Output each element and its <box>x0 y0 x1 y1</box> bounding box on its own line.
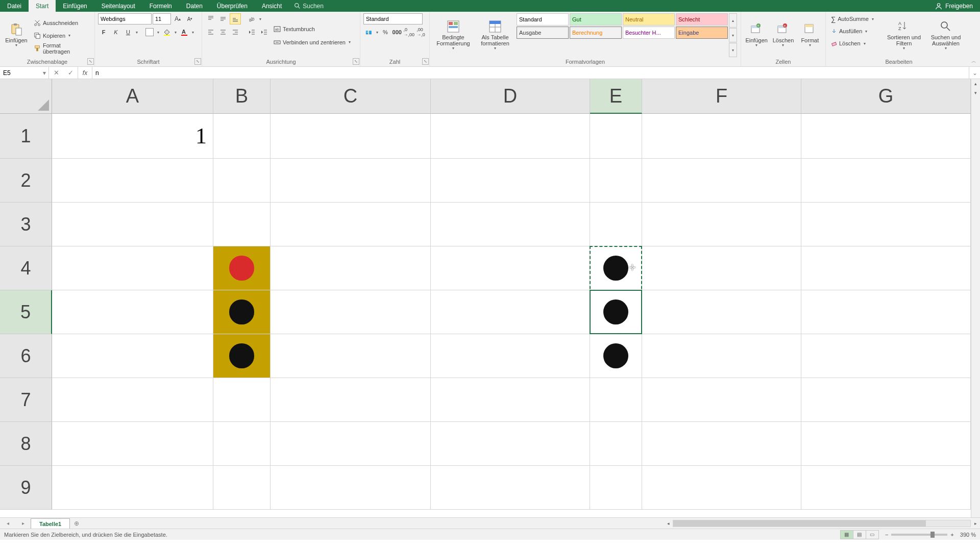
sort-filter-button[interactable]: AZ Sortieren und Filtern▾ <box>884 13 924 58</box>
cell-F4[interactable] <box>642 246 801 290</box>
cell-B2[interactable] <box>213 159 271 203</box>
name-box-input[interactable] <box>0 69 40 77</box>
cell-A6[interactable] <box>52 334 213 378</box>
format-painter-button[interactable]: Format übertragen <box>32 43 91 54</box>
cell-B1[interactable] <box>213 114 271 159</box>
wrap-text-button[interactable]: ab Textumbruch <box>272 23 354 35</box>
decrease-font-button[interactable]: A▾ <box>184 13 195 24</box>
cell-G9[interactable] <box>801 466 971 510</box>
row-header-7[interactable]: 7 <box>0 378 52 422</box>
scroll-up-button[interactable]: ▴ <box>971 79 980 88</box>
tell-me-search[interactable]: Suchen <box>289 3 329 10</box>
align-right-button[interactable] <box>230 27 241 38</box>
menu-tab-datei[interactable]: Datei <box>0 0 29 12</box>
cell-G8[interactable] <box>801 422 971 466</box>
cell-C3[interactable] <box>271 203 431 246</box>
style-berechnung[interactable]: Berechnung <box>570 27 622 39</box>
cell-F5[interactable] <box>642 290 801 334</box>
align-top-button[interactable] <box>205 13 216 24</box>
gallery-up-button[interactable]: ▴ <box>729 13 737 28</box>
font-name-select[interactable] <box>98 13 152 24</box>
menu-tab-daten[interactable]: Daten <box>179 0 210 12</box>
align-middle-button[interactable] <box>217 13 229 24</box>
horizontal-scrollbar[interactable]: ◂ ▸ <box>664 518 980 529</box>
cell-F2[interactable] <box>642 159 801 203</box>
row-header-2[interactable]: 2 <box>0 159 52 203</box>
row-header-8[interactable]: 8 <box>0 422 52 466</box>
fill-color-button[interactable] <box>161 27 173 38</box>
cell-C1[interactable] <box>271 114 431 159</box>
cell-C2[interactable] <box>271 159 431 203</box>
cell-A8[interactable] <box>52 422 213 466</box>
bold-button[interactable]: F <box>98 27 109 38</box>
hscroll-left-button[interactable]: ◂ <box>664 521 673 526</box>
cell-C4[interactable] <box>271 246 431 290</box>
row-header-6[interactable]: 6 <box>0 334 52 378</box>
format-cells-button[interactable]: Format▾ <box>798 13 822 58</box>
vertical-scrollbar[interactable]: ▴ ▾ <box>971 79 980 517</box>
italic-button[interactable]: K <box>110 27 121 38</box>
cell-A9[interactable] <box>52 466 213 510</box>
orientation-button[interactable]: ab <box>246 13 257 24</box>
expand-formula-bar-button[interactable]: ⌄ <box>969 67 980 79</box>
menu-tab-seitenlayout[interactable]: Seitenlayout <box>94 0 142 12</box>
cell-D7[interactable] <box>431 378 590 422</box>
column-header-G[interactable]: G <box>801 79 971 114</box>
dialog-launcher-font[interactable]: ⤡ <box>194 58 201 65</box>
row-header-4[interactable]: 4 <box>0 246 52 290</box>
cell-A5[interactable] <box>52 290 213 334</box>
share-button[interactable]: Freigeben <box>928 3 980 10</box>
cut-button[interactable]: Ausschneiden <box>32 17 91 29</box>
style-standard[interactable]: Standard <box>517 13 569 26</box>
merge-center-button[interactable]: Verbinden und zentrieren▾ <box>272 37 354 48</box>
fx-icon[interactable]: fx <box>78 67 92 79</box>
accounting-format-button[interactable]: 💶 <box>363 27 374 38</box>
cell-D4[interactable] <box>431 246 590 290</box>
menu-tab-einfügen[interactable]: Einfügen <box>56 0 94 12</box>
sheet-tab-active[interactable]: Tabelle1 <box>31 518 70 529</box>
style-eingabe[interactable]: Eingabe <box>676 27 728 39</box>
cell-D8[interactable] <box>431 422 590 466</box>
insert-cells-button[interactable]: + Einfügen▾ <box>744 13 769 58</box>
delete-cells-button[interactable]: × Löschen▾ <box>771 13 795 58</box>
font-size-select[interactable] <box>153 13 171 24</box>
column-header-E[interactable]: E <box>590 79 642 114</box>
cell-A4[interactable] <box>52 246 213 290</box>
page-break-view-button[interactable]: ▭ <box>866 530 879 539</box>
cell-B9[interactable] <box>213 466 271 510</box>
increase-indent-button[interactable] <box>258 27 270 38</box>
number-format-select[interactable] <box>363 13 423 24</box>
style-schlecht[interactable]: Schlecht <box>676 13 728 26</box>
cell-B8[interactable] <box>213 422 271 466</box>
cell-G4[interactable] <box>801 246 971 290</box>
cell-G5[interactable] <box>801 290 971 334</box>
row-header-1[interactable]: 1 <box>0 114 52 159</box>
menu-tab-ansicht[interactable]: Ansicht <box>255 0 289 12</box>
cell-E7[interactable] <box>590 378 642 422</box>
sheet-nav-next[interactable]: ▸ <box>22 520 24 526</box>
select-all-corner[interactable] <box>0 79 52 114</box>
dialog-launcher-clipboard[interactable]: ⤡ <box>87 58 94 65</box>
menu-tab-formeln[interactable]: Formeln <box>142 0 179 12</box>
row-header-5[interactable]: 5 <box>0 290 52 334</box>
cell-G3[interactable] <box>801 203 971 246</box>
conditional-formatting-button[interactable]: Bedingte Formatierung▾ <box>433 13 474 58</box>
align-left-button[interactable] <box>205 27 216 38</box>
cell-D6[interactable] <box>431 334 590 378</box>
decrease-indent-button[interactable] <box>246 27 257 38</box>
cell-F9[interactable] <box>642 466 801 510</box>
cell-E2[interactable] <box>590 159 642 203</box>
cancel-edit-button[interactable]: ✕ <box>49 69 63 77</box>
cell-F3[interactable] <box>642 203 801 246</box>
cell-E4[interactable]: ✛ <box>590 246 642 290</box>
name-box[interactable]: ▾ <box>0 67 49 79</box>
cell-D5[interactable] <box>431 290 590 334</box>
cell-C7[interactable] <box>271 378 431 422</box>
page-layout-view-button[interactable]: ▤ <box>853 530 866 539</box>
column-header-D[interactable]: D <box>431 79 590 114</box>
borders-button[interactable] <box>144 27 155 38</box>
cell-E8[interactable] <box>590 422 642 466</box>
cell-D9[interactable] <box>431 466 590 510</box>
cell-D2[interactable] <box>431 159 590 203</box>
cell-E3[interactable] <box>590 203 642 246</box>
